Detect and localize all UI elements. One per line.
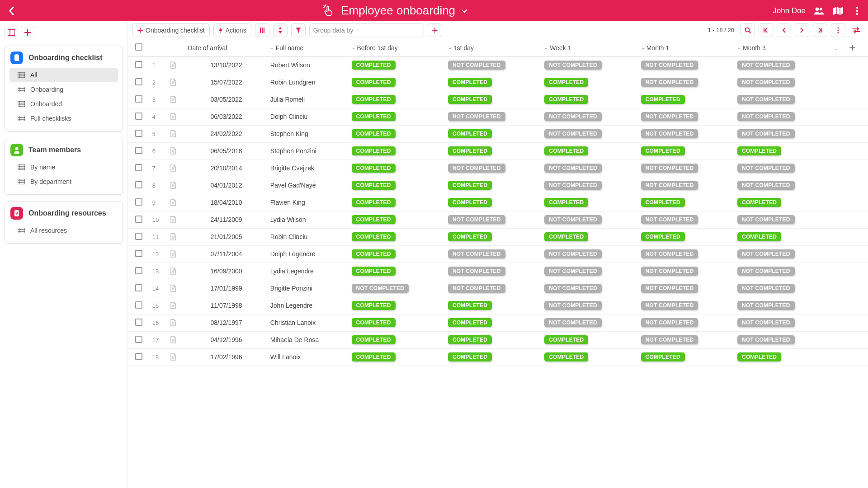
add-filter-button[interactable] xyxy=(428,23,442,37)
columns-button[interactable] xyxy=(255,23,269,37)
row-checkbox[interactable] xyxy=(135,336,142,343)
status-badge[interactable]: NOT COMPLETED xyxy=(737,335,795,344)
row-checkbox[interactable] xyxy=(135,147,142,154)
status-badge[interactable]: COMPLETED xyxy=(737,352,781,361)
row-doc-button[interactable] xyxy=(167,194,185,211)
table-row[interactable]: 918/04/2010Flavien KingCOMPLETEDCOMPLETE… xyxy=(128,194,868,211)
status-badge[interactable]: COMPLETED xyxy=(448,232,492,241)
status-badge[interactable]: COMPLETED xyxy=(352,78,396,87)
row-doc-button[interactable] xyxy=(167,91,185,108)
row-doc-button[interactable] xyxy=(167,348,185,366)
page-last-button[interactable] xyxy=(813,23,827,37)
page-first-button[interactable] xyxy=(759,23,773,37)
sort-button[interactable] xyxy=(273,23,288,37)
search-button[interactable] xyxy=(741,23,755,37)
row-doc-button[interactable] xyxy=(167,125,185,142)
table-row[interactable]: 1316/09/2000Lydia LegendreCOMPLETEDNOT C… xyxy=(128,263,868,280)
table-row[interactable]: 406/03/2022Dolph ClinciuCOMPLETEDNOT COM… xyxy=(128,108,868,125)
row-checkbox[interactable] xyxy=(135,353,142,360)
group-by-input[interactable] xyxy=(357,27,420,34)
status-badge[interactable]: NOT COMPLETED xyxy=(737,78,795,87)
sidebar-item[interactable]: All resources xyxy=(9,223,118,238)
add-column-button[interactable] xyxy=(846,39,868,56)
status-badge[interactable]: COMPLETED xyxy=(352,232,396,241)
status-badge[interactable]: NOT COMPLETED xyxy=(641,61,698,70)
status-badge[interactable]: NOT COMPLETED xyxy=(352,284,409,293)
row-checkbox[interactable] xyxy=(135,198,142,206)
table-row[interactable]: 804/01/2012Pavel Gad'NayéCOMPLETEDCOMPLE… xyxy=(128,177,868,194)
status-badge[interactable]: NOT COMPLETED xyxy=(448,249,505,258)
status-badge[interactable]: NOT COMPLETED xyxy=(641,267,698,276)
status-badge[interactable]: NOT COMPLETED xyxy=(544,112,602,121)
status-badge[interactable]: NOT COMPLETED xyxy=(544,318,602,327)
status-badge[interactable]: NOT COMPLETED xyxy=(737,61,795,70)
table-row[interactable]: 1608/12/1997Christian LanoixCOMPLETEDCOM… xyxy=(128,314,868,331)
status-badge[interactable]: NOT COMPLETED xyxy=(448,284,505,293)
status-badge[interactable]: COMPLETED xyxy=(544,352,588,361)
row-doc-button[interactable] xyxy=(167,108,185,125)
status-badge[interactable]: COMPLETED xyxy=(641,146,685,155)
status-badge[interactable]: NOT COMPLETED xyxy=(448,267,505,276)
actions-button[interactable]: Actions xyxy=(213,23,251,37)
status-badge[interactable]: NOT COMPLETED xyxy=(737,129,795,138)
more-options-button[interactable] xyxy=(831,23,845,37)
sidebar-item[interactable]: Onboarded xyxy=(9,97,118,111)
table-row[interactable]: 303/05/2022Julia RomellCOMPLETEDCOMPLETE… xyxy=(128,91,868,108)
column-header[interactable]: Date of arrival xyxy=(185,39,268,56)
chevron-down-icon[interactable] xyxy=(461,7,468,14)
table-row[interactable]: 720/10/2014Brigitte CvejzekCOMPLETEDNOT … xyxy=(128,160,868,177)
status-badge[interactable]: COMPLETED xyxy=(737,198,781,207)
row-checkbox[interactable] xyxy=(135,78,142,85)
status-badge[interactable]: COMPLETED xyxy=(448,146,492,155)
status-badge[interactable]: COMPLETED xyxy=(352,61,396,70)
row-doc-button[interactable] xyxy=(167,228,185,245)
table-row[interactable]: 215/07/2022Robin LundgrenCOMPLETEDCOMPLE… xyxy=(128,74,868,91)
back-button[interactable] xyxy=(5,5,18,17)
row-checkbox[interactable] xyxy=(135,233,142,240)
status-badge[interactable]: NOT COMPLETED xyxy=(737,267,795,276)
map-icon[interactable] xyxy=(833,5,844,16)
status-badge[interactable]: COMPLETED xyxy=(352,249,396,258)
row-checkbox[interactable] xyxy=(135,61,142,68)
status-badge[interactable]: COMPLETED xyxy=(352,318,396,327)
status-badge[interactable]: COMPLETED xyxy=(448,198,492,207)
status-badge[interactable]: COMPLETED xyxy=(352,164,396,173)
status-badge[interactable]: COMPLETED xyxy=(641,232,685,241)
table-row[interactable]: 1121/01/2005Robin ClinciuCOMPLETEDCOMPLE… xyxy=(128,228,868,245)
chevron-down-icon[interactable]: ⌄ xyxy=(834,46,837,51)
row-checkbox[interactable] xyxy=(135,130,142,137)
table-row[interactable]: 606/05/2018Stephen PonziniCOMPLETEDCOMPL… xyxy=(128,142,868,160)
status-badge[interactable]: COMPLETED xyxy=(448,352,492,361)
add-section-button[interactable] xyxy=(21,26,34,39)
swap-button[interactable] xyxy=(849,23,863,37)
status-badge[interactable]: NOT COMPLETED xyxy=(641,181,698,190)
row-checkbox[interactable] xyxy=(135,113,142,120)
table-row[interactable]: 524/02/2022Stephen KingCOMPLETEDCOMPLETE… xyxy=(128,125,868,142)
row-checkbox[interactable] xyxy=(135,267,142,274)
table-row[interactable]: 1704/12/1996Mihaela De RosaCOMPLETEDCOMP… xyxy=(128,331,868,348)
status-badge[interactable]: NOT COMPLETED xyxy=(544,181,602,190)
column-header[interactable]: ⌄Full name xyxy=(268,39,349,56)
row-doc-button[interactable] xyxy=(167,160,185,177)
status-badge[interactable]: COMPLETED xyxy=(448,318,492,327)
table-row[interactable]: 1024/11/2009Lydia WilsonCOMPLETEDNOT COM… xyxy=(128,211,868,228)
status-badge[interactable]: NOT COMPLETED xyxy=(737,181,795,190)
status-badge[interactable]: COMPLETED xyxy=(448,78,492,87)
row-checkbox[interactable] xyxy=(135,181,142,188)
status-badge[interactable]: NOT COMPLETED xyxy=(641,215,698,224)
filter-button[interactable] xyxy=(291,23,306,37)
status-badge[interactable]: COMPLETED xyxy=(352,95,396,104)
status-badge[interactable]: COMPLETED xyxy=(352,112,396,121)
status-badge[interactable]: NOT COMPLETED xyxy=(641,112,698,121)
status-badge[interactable]: NOT COMPLETED xyxy=(641,318,698,327)
status-badge[interactable]: COMPLETED xyxy=(352,215,396,224)
status-badge[interactable]: NOT COMPLETED xyxy=(737,318,795,327)
username-label[interactable]: John Doe xyxy=(773,6,806,15)
status-badge[interactable]: NOT COMPLETED xyxy=(544,164,602,173)
status-badge[interactable]: COMPLETED xyxy=(448,129,492,138)
status-badge[interactable]: COMPLETED xyxy=(352,267,396,276)
status-badge[interactable]: NOT COMPLETED xyxy=(544,215,602,224)
status-badge[interactable]: COMPLETED xyxy=(544,198,588,207)
status-badge[interactable]: NOT COMPLETED xyxy=(641,301,698,310)
row-checkbox[interactable] xyxy=(135,319,142,326)
